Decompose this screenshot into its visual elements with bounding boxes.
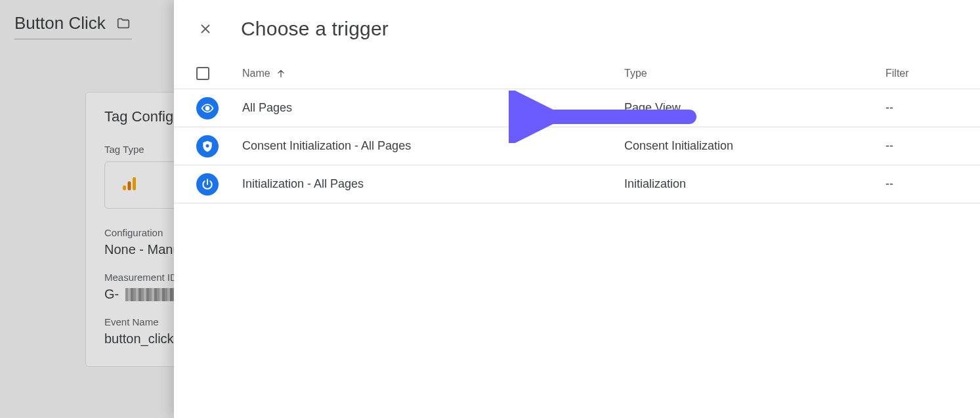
panel-header: Choose a trigger [174,0,980,58]
arrow-up-icon [276,68,286,79]
trigger-row-init[interactable]: Initialization - All Pages Initializatio… [174,165,980,203]
trigger-name: Consent Initialization - All Pages [242,139,411,153]
column-header-name[interactable]: Name [242,68,624,79]
trigger-filter: -- [885,101,893,114]
column-type-label: Type [624,68,647,79]
trigger-filter: -- [885,139,893,152]
trigger-type: Consent Initialization [624,139,733,152]
choose-trigger-panel: Choose a trigger Name Type Filter [174,0,980,418]
column-header-filter[interactable]: Filter [885,68,958,79]
close-button[interactable] [196,20,215,38]
eye-icon [196,97,219,119]
trigger-type: Page View [624,101,681,114]
trigger-name: Initialization - All Pages [242,177,364,191]
svg-point-4 [206,144,209,147]
trigger-filter: -- [885,177,893,190]
trigger-row-all-pages[interactable]: All Pages Page View -- [174,89,980,127]
power-icon [196,173,219,196]
svg-point-3 [206,106,209,110]
select-all-checkbox[interactable] [196,67,209,80]
trigger-name: All Pages [242,101,292,115]
panel-title: Choose a trigger [241,18,389,40]
column-name-label: Name [242,68,270,79]
column-header-type[interactable]: Type [624,68,885,79]
trigger-row-consent-init[interactable]: Consent Initialization - All Pages Conse… [174,127,980,165]
trigger-table-header: Name Type Filter [174,58,980,89]
trigger-type: Initialization [624,177,686,190]
close-icon [198,22,213,36]
shield-icon [196,135,219,157]
column-filter-label: Filter [885,68,909,79]
